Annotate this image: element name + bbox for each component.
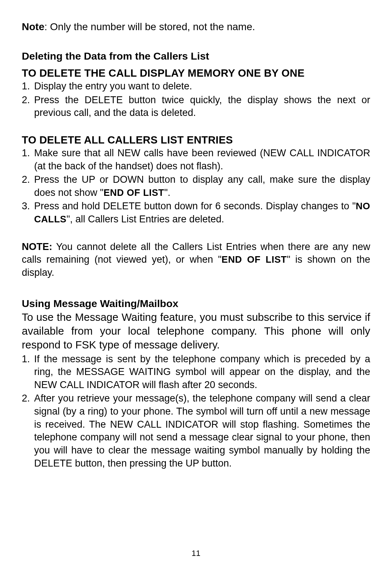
list-item: 1.If the message is sent by the telephon…: [22, 353, 370, 392]
list-item: 1.Make sure that all NEW calls have been…: [22, 147, 370, 173]
list-delete-all: 1.Make sure that all NEW calls have been…: [22, 147, 370, 226]
list-item: 1.Display the entry you want to delete.: [22, 80, 370, 93]
list-item: 3.Press and hold DELETE button down for …: [22, 200, 370, 226]
heading-delete-all: TO DELETE ALL CALLERS LIST ENTRIES: [22, 134, 370, 146]
list-item: 2.Press the UP or DOWN button to display…: [22, 173, 370, 199]
note-label: NOTE:: [22, 241, 52, 252]
subheading-deleting: Deleting the Data from the Callers List: [22, 50, 370, 62]
lcd-text: END OF LIST: [103, 187, 164, 198]
page-number: 11: [0, 549, 392, 558]
subheading-mailbox: Using Message Waiting/Mailbox: [22, 298, 370, 310]
list-mailbox: 1.If the message is sent by the telephon…: [22, 353, 370, 470]
note-text: : Only the number will be stored, not th…: [44, 21, 255, 32]
note-number-only: Note: Only the number will be stored, no…: [22, 21, 370, 33]
note-label: Note: [22, 21, 44, 32]
heading-delete-one-by-one: TO DELETE THE CALL DISPLAY MEMORY ONE BY…: [22, 67, 370, 79]
lcd-text: END OF LIST: [221, 254, 287, 265]
note-cannot-delete: NOTE: You cannot delete all the Callers …: [22, 241, 370, 279]
list-delete-one-by-one: 1.Display the entry you want to delete. …: [22, 80, 370, 120]
list-item: 2.Press the DELETE button twice quickly,…: [22, 94, 370, 120]
mailbox-intro: To use the Message Waiting feature, you …: [22, 310, 370, 352]
list-item: 2.After you retrieve your message(s), th…: [22, 392, 370, 470]
